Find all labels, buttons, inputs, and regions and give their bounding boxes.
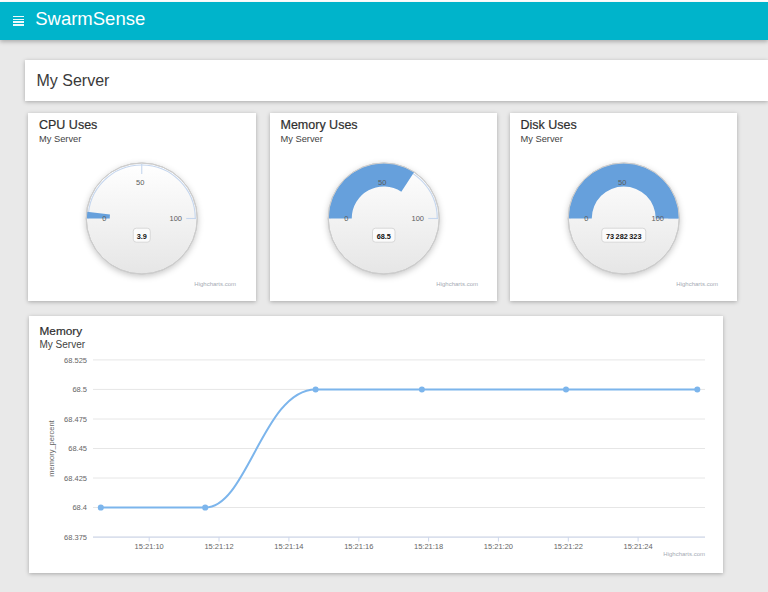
svg-text:73 282 323: 73 282 323 bbox=[606, 232, 641, 241]
svg-text:15:21:10: 15:21:10 bbox=[135, 542, 164, 551]
svg-text:15:21:22: 15:21:22 bbox=[554, 542, 583, 551]
svg-text:100: 100 bbox=[169, 214, 182, 223]
svg-text:15:21:16: 15:21:16 bbox=[344, 542, 373, 551]
svg-text:15:21:14: 15:21:14 bbox=[274, 542, 303, 551]
svg-text:15:21:20: 15:21:20 bbox=[484, 542, 513, 551]
svg-text:68.5: 68.5 bbox=[376, 232, 390, 241]
svg-text:Highcharts.com: Highcharts.com bbox=[194, 281, 236, 287]
svg-text:50: 50 bbox=[136, 178, 144, 187]
svg-text:100: 100 bbox=[411, 214, 424, 223]
svg-text:Highcharts.com: Highcharts.com bbox=[663, 551, 705, 557]
svg-text:0: 0 bbox=[584, 214, 588, 223]
svg-text:15:21:18: 15:21:18 bbox=[414, 542, 443, 551]
svg-text:68.4: 68.4 bbox=[72, 503, 87, 512]
svg-text:68.45: 68.45 bbox=[68, 444, 87, 453]
svg-text:68.5: 68.5 bbox=[72, 385, 87, 394]
svg-text:memory_percent: memory_percent bbox=[47, 419, 56, 476]
svg-text:68.475: 68.475 bbox=[64, 414, 87, 423]
svg-text:50: 50 bbox=[378, 178, 386, 187]
svg-text:68.525: 68.525 bbox=[64, 355, 87, 364]
svg-text:0: 0 bbox=[344, 214, 348, 223]
svg-text:15:21:12: 15:21:12 bbox=[204, 542, 233, 551]
svg-text:68.425: 68.425 bbox=[64, 473, 87, 482]
svg-text:3.9: 3.9 bbox=[137, 232, 147, 241]
svg-text:68.375: 68.375 bbox=[64, 532, 87, 541]
svg-text:100: 100 bbox=[651, 214, 664, 223]
svg-text:Highcharts.com: Highcharts.com bbox=[676, 281, 718, 287]
svg-text:Highcharts.com: Highcharts.com bbox=[436, 281, 478, 287]
svg-text:0: 0 bbox=[102, 214, 106, 223]
svg-text:50: 50 bbox=[618, 178, 626, 187]
svg-text:15:21:24: 15:21:24 bbox=[623, 542, 652, 551]
